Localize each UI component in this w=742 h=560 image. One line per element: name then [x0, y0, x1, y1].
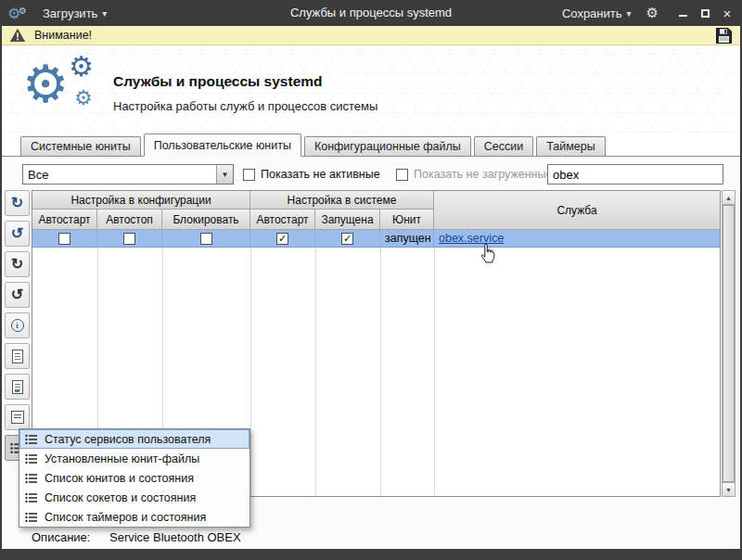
redo-button[interactable]: ↻: [5, 251, 30, 277]
group-header-system: Настройка в системе: [250, 191, 434, 210]
menu-item-user-services-status[interactable]: Статус сервисов пользователя: [19, 429, 249, 449]
filter-select[interactable]: Все ▼: [22, 164, 234, 185]
tab-bar: Системные юниты Пользовательские юниты К…: [2, 133, 740, 157]
autostart-config-checkbox[interactable]: [58, 233, 70, 245]
minimize-icon: [679, 15, 687, 17]
gear-icon-small: ⚙: [74, 88, 93, 108]
info-icon: i: [11, 319, 24, 332]
warning-icon: [9, 28, 26, 43]
save-diskette-icon: [715, 27, 733, 45]
group-header-config: Настройка в конфигурации: [32, 191, 250, 210]
grid-line: [315, 248, 316, 496]
tab-system-units[interactable]: Системные юниты: [20, 136, 141, 156]
column-header-running-system[interactable]: Запущена: [315, 210, 380, 230]
column-header-unit[interactable]: Юнит: [380, 210, 434, 230]
service-link[interactable]: obex.service: [439, 232, 504, 245]
scrollbar-thumb[interactable]: [723, 205, 735, 482]
vertical-scrollbar[interactable]: ▲ ▼: [722, 190, 736, 497]
minimize-button[interactable]: [673, 3, 692, 23]
list-icon: [25, 492, 38, 503]
page-subtitle: Настройка работы служб и процессов систе…: [113, 99, 377, 113]
block-config-checkbox[interactable]: [200, 233, 212, 245]
list-icon: [25, 512, 38, 523]
menu-item-label: Статус сервисов пользователя: [45, 433, 211, 446]
dropdown-arrow-icon[interactable]: ▼: [216, 165, 233, 184]
menu-item-sockets-and-states[interactable]: Список сокетов и состояния: [19, 488, 249, 507]
tab-sessions[interactable]: Сессии: [474, 136, 533, 156]
show-inactive-checkbox[interactable]: [243, 169, 255, 181]
reload-icon: ↺: [11, 226, 23, 241]
search-input[interactable]: [547, 164, 723, 185]
document-notes-icon: [12, 380, 23, 394]
column-header-autostop-config[interactable]: Автостоп: [97, 210, 162, 230]
menu-item-label: Список таймеров и состояния: [45, 511, 206, 524]
menu-item-timers-and-states[interactable]: Список таймеров и состояния: [19, 507, 249, 527]
status-context-menu: Статус сервисов пользователя Установленн…: [19, 428, 250, 528]
unit-list-button[interactable]: [5, 404, 30, 430]
tab-config-files[interactable]: Конфигурационные файлы: [304, 136, 471, 156]
module-header: ⚙ ⚙ ⚙ Службы и процессы systemd Настройк…: [2, 45, 740, 133]
close-button[interactable]: ×: [718, 3, 736, 23]
unit-state-cell: запущен: [380, 230, 434, 247]
grid-line: [250, 248, 251, 496]
page-title: Службы и процессы systemd: [113, 73, 323, 90]
log-file-button[interactable]: [5, 374, 30, 400]
settings-gear-button[interactable]: ⚙: [646, 0, 659, 26]
refresh-icon: ↻: [11, 196, 23, 210]
load-menu-label: Загрузить: [43, 6, 97, 20]
menu-item-installed-unit-files[interactable]: Установленные юнит-файлы: [19, 449, 249, 468]
filter-select-value: Все: [23, 168, 216, 182]
maximize-icon: [701, 9, 710, 18]
maximize-button[interactable]: [696, 3, 714, 23]
show-unloaded-label: Показать не загруженные: [414, 168, 552, 181]
tab-timers[interactable]: Таймеры: [536, 136, 606, 156]
table-row[interactable]: ✓ ✓ запущен obex.service: [32, 230, 720, 248]
load-menu-button[interactable]: Загрузить ▾: [37, 3, 112, 24]
list-box-icon: [11, 411, 24, 424]
journal-button[interactable]: [5, 343, 30, 369]
chevron-down-icon: ▾: [102, 8, 107, 19]
description-value: Service Bluetooth OBEX: [109, 530, 241, 544]
gear-icon-medium: ⚙: [69, 53, 94, 81]
menu-item-units-and-states[interactable]: Список юнитов и состояния: [19, 468, 249, 488]
grid-line: [380, 248, 381, 496]
menu-item-label: Список юнитов и состояния: [45, 472, 194, 485]
autostop-config-checkbox[interactable]: [123, 233, 135, 245]
undo-button[interactable]: ↺: [5, 282, 30, 308]
column-header-block-config[interactable]: Блокировать: [162, 210, 250, 230]
undo-icon: ↺: [11, 287, 23, 302]
redo-icon: ↻: [11, 257, 23, 272]
gear-icon-large: ⚙: [22, 58, 69, 110]
menu-item-label: Список сокетов и состояния: [45, 491, 196, 504]
scroll-up-button[interactable]: ▲: [723, 191, 735, 205]
save-menu-button[interactable]: Сохранить ▾: [556, 3, 637, 24]
list-icon: [25, 453, 38, 465]
grid-line: [434, 248, 435, 496]
tab-panel-user-units: Все ▼ Показать не активные Показать не з…: [2, 157, 740, 549]
warning-bar: Внимание!: [2, 26, 740, 45]
tab-user-units[interactable]: Пользовательские юниты: [144, 134, 301, 157]
column-header-autostart-system[interactable]: Автостарт: [250, 210, 315, 230]
info-button[interactable]: i: [5, 312, 30, 338]
show-inactive-label: Показать не активные: [261, 168, 380, 181]
save-file-button[interactable]: [715, 27, 733, 45]
module-gears-logo: ⚙ ⚙ ⚙: [22, 57, 111, 127]
titlebar: ⚙ ⚙ Загрузить ▾ Службы и процессы system…: [0, 0, 742, 26]
autostart-system-checkbox[interactable]: ✓: [276, 233, 288, 245]
running-system-checkbox[interactable]: ✓: [341, 233, 353, 245]
chevron-down-icon: ▾: [627, 8, 632, 19]
description-label: Описание:: [32, 530, 90, 544]
menu-item-label: Установленные юнит-файлы: [45, 452, 199, 465]
window-title: Службы и процессы systemd: [290, 0, 452, 26]
app-gears-icon: ⚙ ⚙: [7, 3, 30, 23]
column-header-autostart-config[interactable]: Автостарт: [32, 210, 97, 230]
scroll-down-button[interactable]: ▼: [723, 482, 735, 496]
list-icon: [25, 434, 38, 445]
list-icon: [25, 473, 38, 484]
app-window: ⚙ ⚙ Загрузить ▾ Службы и процессы system…: [0, 0, 742, 560]
reload-button[interactable]: ↺: [5, 221, 30, 247]
document-icon: [12, 350, 23, 363]
column-header-service[interactable]: Служба: [434, 191, 720, 230]
show-unloaded-checkbox[interactable]: [396, 169, 408, 181]
refresh-button[interactable]: ↻: [5, 190, 30, 216]
